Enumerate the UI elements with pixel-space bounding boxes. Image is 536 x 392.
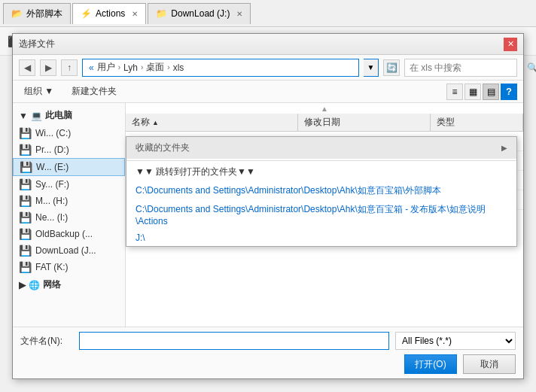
w-e-icon: 💾 xyxy=(20,161,32,173)
path-seg-users: 用户 xyxy=(97,61,115,74)
download-tab-close[interactable]: ✕ xyxy=(236,10,242,18)
address-path[interactable]: « 用户 › Lyh › 桌面 › xls xyxy=(82,59,359,77)
fat-k-icon: 💾 xyxy=(19,261,32,273)
actions-tab-icon: ⚡ xyxy=(81,8,92,19)
popup-path-3[interactable]: J:\ xyxy=(126,229,516,246)
file-list-header: 名称 ▲ 修改日期 类型 xyxy=(126,114,523,132)
col-name-label: 名称 xyxy=(132,116,150,129)
open-button[interactable]: 打开(O) xyxy=(404,354,457,374)
sidebar-item-fat-k[interactable]: 💾 FAT (K:) xyxy=(13,259,125,275)
organize-label: 组织 ▼ xyxy=(24,85,53,98)
sidebar-item-ne-i[interactable]: 💾 Ne... (I:) xyxy=(13,209,125,226)
dialog-title-text: 选择文件 xyxy=(19,38,55,50)
tab-download[interactable]: 📁 DownLoad (J:) ✕ xyxy=(148,3,251,24)
cancel-button[interactable]: 取消 xyxy=(463,354,516,374)
help-button[interactable]: ? xyxy=(501,84,517,100)
filename-row: 文件名(N): All Files (*.*) xyxy=(20,332,516,350)
sidebar-item-oldbackup[interactable]: 💾 OldBackup (... xyxy=(13,226,125,242)
path-seg-desktop: 桌面 xyxy=(146,61,164,74)
taskbar: 📂 外部脚本 ⚡ Actions ✕ 📁 DownLoad (J:) ✕ xyxy=(0,0,536,27)
path-seg-lyh: Lyh xyxy=(123,62,138,73)
popup-sep1 xyxy=(126,160,516,161)
actions-tab-close[interactable]: ✕ xyxy=(132,10,138,18)
popup-path-1-text: C:\Documents and Settings\Administrator\… xyxy=(136,185,441,196)
popup-favorites-label: 收藏的文件夹 xyxy=(136,141,190,154)
network-icon: 🌐 xyxy=(29,280,40,290)
popup-path-2-text: C:\Documents and Settings\Administrator\… xyxy=(136,204,486,226)
sidebar-group-thispc: ▼ 💻 此电脑 xyxy=(13,106,125,125)
col-header-name[interactable]: 名称 ▲ xyxy=(126,114,298,131)
file-list: ▲ 名称 ▲ 修改日期 类型 W P20220602582797928106.d… xyxy=(126,103,523,327)
search-button[interactable]: 🔍 xyxy=(527,59,536,76)
sidebar-item-sy-f[interactable]: 💾 Sy... (F:) xyxy=(13,176,125,193)
filename-input[interactable] xyxy=(79,332,389,350)
view-tiles-button[interactable]: ▤ xyxy=(483,84,499,100)
w-e-label: W... (E:) xyxy=(36,162,69,172)
tab-waibujb[interactable]: 📂 外部脚本 xyxy=(3,3,71,24)
download-tab-icon: 📁 xyxy=(156,8,167,19)
view-icons: ≡ ▦ ▤ ? xyxy=(446,84,517,100)
network-label: 网络 xyxy=(43,278,61,291)
col-name-sort: ▲ xyxy=(152,119,159,126)
thispc-icon: 💻 xyxy=(31,111,42,121)
col-header-date[interactable]: 修改日期 xyxy=(298,114,431,131)
network-expand[interactable]: ▶ xyxy=(19,280,26,290)
sidebar-item-win-c[interactable]: 💾 Wi... (C:) xyxy=(13,125,125,141)
new-folder-button[interactable]: 新建文件夹 xyxy=(66,82,122,101)
search-input[interactable] xyxy=(405,62,527,73)
sidebar-item-pr-d[interactable]: 💾 Pr... (D:) xyxy=(13,141,125,158)
oldbackup-label: OldBackup (... xyxy=(35,229,93,239)
file-toolbar: 组织 ▼ 新建文件夹 ≡ ▦ ▤ ? xyxy=(13,81,523,103)
download-j-label: DownLoad (J... xyxy=(35,245,96,256)
col-header-type[interactable]: 类型 xyxy=(431,114,523,131)
popup-path-1[interactable]: C:\Documents and Settings\Administrator\… xyxy=(126,181,516,200)
waibujb-tab-label: 外部脚本 xyxy=(26,8,62,20)
organize-button[interactable]: 组织 ▼ xyxy=(19,82,59,101)
view-details-button[interactable]: ▦ xyxy=(464,84,481,100)
back-button[interactable]: ◀ xyxy=(19,59,35,76)
popup-sub-header: ▼▼ 跳转到打开的文件夹▼▼ xyxy=(126,163,516,181)
m-h-label: M... (H:) xyxy=(35,196,68,206)
sy-f-label: Sy... (F:) xyxy=(35,179,69,190)
sidebar-group-network: ▶ 🌐 网络 xyxy=(13,275,125,294)
context-popup: 收藏的文件夹 ▶ ▼▼ 跳转到打开的文件夹▼▼ C:\Documents and… xyxy=(126,136,517,247)
bottom-bar: 文件名(N): All Files (*.*) 打开(O) 取消 xyxy=(13,327,523,378)
actions-tab-label: Actions xyxy=(96,8,125,19)
m-h-icon: 💾 xyxy=(19,195,32,207)
sy-f-icon: 💾 xyxy=(19,178,32,190)
view-list-button[interactable]: ≡ xyxy=(446,84,463,100)
filename-label: 文件名(N): xyxy=(20,335,73,348)
sidebar-item-download-j[interactable]: 💾 DownLoad (J... xyxy=(13,242,125,259)
tab-actions[interactable]: ⚡ Actions ✕ xyxy=(72,3,146,24)
popup-path-2[interactable]: C:\Documents and Settings\Administrator\… xyxy=(126,200,516,229)
arrow1: › xyxy=(118,63,120,71)
filetype-select[interactable]: All Files (*.*) xyxy=(395,332,516,350)
popup-favorites-arrow: ▶ xyxy=(501,144,507,152)
popup-favorites[interactable]: 收藏的文件夹 ▶ xyxy=(126,137,516,159)
pr-d-icon: 💾 xyxy=(19,144,32,156)
thispc-label: 此电脑 xyxy=(45,109,72,122)
thispc-expand[interactable]: ▼ xyxy=(19,111,28,121)
search-box: 🔍 xyxy=(404,59,517,77)
dialog-close-button[interactable]: ✕ xyxy=(504,38,517,51)
sidebar-item-w-e[interactable]: 💾 W... (E:) xyxy=(13,158,125,176)
scroll-hint: ▲ xyxy=(126,103,523,114)
ne-i-icon: 💾 xyxy=(19,211,32,223)
up-button[interactable]: ↑ xyxy=(61,59,78,76)
address-dropdown[interactable]: ▼ xyxy=(364,59,379,77)
download-j-icon: 💾 xyxy=(19,245,32,257)
popup-path-3-text: J:\ xyxy=(136,232,145,243)
sidebar-item-m-h[interactable]: 💾 M... (H:) xyxy=(13,193,125,209)
refresh-button[interactable]: 🔄 xyxy=(383,59,400,76)
btn-row: 打开(O) 取消 xyxy=(20,354,516,374)
arrow2: › xyxy=(141,63,143,71)
col-date-label: 修改日期 xyxy=(304,116,340,129)
sidebar: ▼ 💻 此电脑 💾 Wi... (C:) 💾 Pr... (D:) 💾 W...… xyxy=(13,103,126,327)
popup-sub-label: ▼▼ 跳转到打开的文件夹▼▼ xyxy=(136,166,255,178)
forward-button[interactable]: ▶ xyxy=(40,59,56,76)
fat-k-label: FAT (K:) xyxy=(35,262,69,272)
oldbackup-icon: 💾 xyxy=(19,228,32,240)
file-open-dialog: 选择文件 ✕ ◀ ▶ ↑ « 用户 › Lyh › 桌面 › xls ▼ 🔄 🔍… xyxy=(12,33,524,379)
content-area: ▼ 💻 此电脑 💾 Wi... (C:) 💾 Pr... (D:) 💾 W...… xyxy=(13,103,523,327)
pr-d-label: Pr... (D:) xyxy=(35,144,69,155)
